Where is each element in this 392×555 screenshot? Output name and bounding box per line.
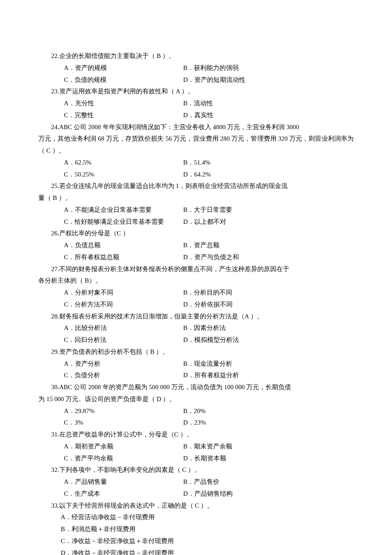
q28-opt-d: D．模拟模型分析法 (183, 334, 354, 346)
q30-row-cd: C．3% D．23% (38, 417, 354, 429)
q28-row-cd: C．回归分析法 D．模拟模型分析法 (38, 334, 354, 346)
q31-opt-c: C．资产平均余额 (64, 453, 183, 465)
q22-opt-b: B．获利能力的强弱 (183, 62, 354, 74)
q24-opt-a: A．62.5% (64, 157, 183, 169)
q32-row-cd: C．生产成本 D．产品销售结构 (38, 488, 354, 500)
q32-row-ab: A．产品销售量 B．产品售价 (38, 476, 354, 488)
q31-row-cd: C．资产平均余额 D．长期资本额 (38, 453, 354, 465)
q24-stem-b: 万元，其他业务利润 68 万元，存货跌价损失 56 万元，营业费用 280 万元… (38, 133, 354, 157)
q32-opt-c: C．生产成本 (64, 488, 183, 500)
q32-opt-b: B．产品售价 (183, 476, 354, 488)
q30-opt-b: B．20% (183, 405, 354, 417)
q27-opt-a: A．分析对象不同 (64, 287, 183, 299)
q33-stem: 33.以下关于经营所得现金的表达式中，正确的是（ C ）。 (38, 500, 354, 512)
q27-opt-d: D．分析依据不同 (183, 299, 354, 311)
q25-opt-c: C．恰好能够满足企业日常基本需要 (64, 216, 183, 228)
q26-opt-c: C．所有者权益总额 (64, 251, 183, 263)
q26-row-cd: C．所有者权益总额 D．资产与负债之和 (38, 251, 354, 263)
q26-stem: 26.产权比率的分母是（C ） (38, 228, 354, 240)
q24-row-cd: C．50.25% D．64.2% (38, 169, 354, 181)
q31-stem: 31.在总资产收益率的计算公式中，分母是（C ）。 (38, 429, 354, 441)
q22-row-ab: A．资产的规模 B．获利能力的强弱 (38, 62, 354, 74)
q28-stem: 28.财务报表分析采用的技术方法日渐增加，但最主要的分析方法是（A ）。 (38, 311, 354, 323)
q31-row-ab: A．期初资产余额 B．期末资产余额 (38, 441, 354, 453)
q22-opt-d: D．资产的短期流动性 (183, 74, 354, 86)
q28-opt-b: B．因素分析法 (183, 322, 354, 334)
q24-opt-d: D．64.2% (183, 169, 354, 181)
q29-stem: 29.资产负债表的初步分析不包括（ B ）。 (38, 346, 354, 358)
q26-opt-a: A．负债总额 (64, 240, 183, 251)
q29-opt-a: A．资产分析 (64, 358, 183, 370)
q25-opt-d: D．以上都不对 (183, 216, 354, 228)
q28-row-ab: A．比较分析法 B．因素分析法 (38, 322, 354, 334)
q29-opt-d: D．所有者权益分析 (183, 370, 354, 382)
q25-row-ab: A．不能满足企业日常基本需要 B．大于日常需要 (38, 204, 354, 216)
q24-opt-c: C．50.25% (64, 169, 183, 181)
q24-stem-a: 24.ABC 公司 2008 年年实现利润情况如下：主营业务收入 4800 万元… (38, 121, 354, 133)
q30-stem-b: 为 15 000 万元。该公司的资产负债率是（ D ）。 (38, 393, 354, 405)
q26-opt-d: D．资产与负债之和 (183, 251, 354, 263)
q32-opt-a: A．产品销售量 (64, 476, 183, 488)
q23-row-cd: C．完整性 D．真实性 (38, 110, 354, 121)
q29-opt-c: C．负债分析 (64, 370, 183, 382)
q29-row-cd: C．负债分析 D．所有者权益分析 (38, 370, 354, 382)
q27-stem-b: 各分析主体的（ B）。 (38, 275, 354, 287)
q23-row-ab: A．充分性 B．流动性 (38, 98, 354, 110)
q24-opt-b: B．51.4% (183, 157, 354, 169)
q28-opt-a: A．比较分析法 (64, 322, 183, 334)
q32-stem: 32.下列各项中，不影响毛利率变化的因素是（ C ）。 (38, 464, 354, 476)
q29-row-ab: A．资产分析 B．现金流量分析 (38, 358, 354, 370)
q23-stem: 23.资产运用效率是指资产利用的有效性和（ A ）。 (38, 86, 354, 98)
q22-opt-c: C．负债的规模 (64, 74, 183, 86)
q22-row-cd: C．负债的规模 D．资产的短期流动性 (38, 74, 354, 86)
q31-opt-b: B．期末资产余额 (183, 441, 354, 453)
q23-opt-c: C．完整性 (64, 110, 183, 121)
q33-opt-a: A．经营活动净收益－非付现费用 (38, 512, 354, 523)
q30-stem-a: 30.ABC 公司 2008 年的资产总额为 500 000 万元，流动负债为 … (38, 382, 354, 393)
q27-opt-c: C．分析方法不同 (64, 299, 183, 311)
q33-opt-d: D．净收益－非经营净收益－非付现费用 (38, 547, 354, 555)
q25-row-cd: C．恰好能够满足企业日常基本需要 D．以上都不对 (38, 216, 354, 228)
q27-opt-b: B．分析目的不同 (183, 287, 354, 299)
q30-opt-a: A．29.87% (64, 405, 183, 417)
q29-opt-b: B．现金流量分析 (183, 358, 354, 370)
q26-row-ab: A．负债总额 B．资产总额 (38, 240, 354, 251)
q30-row-ab: A．29.87% B．20% (38, 405, 354, 417)
q32-opt-d: D．产品销售结构 (183, 488, 354, 500)
q31-opt-d: D．长期资本额 (183, 453, 354, 465)
q25-opt-a: A．不能满足企业日常基本需要 (64, 204, 183, 216)
q23-opt-a: A．充分性 (64, 98, 183, 110)
q23-opt-b: B．流动性 (183, 98, 354, 110)
q24-row-ab: A．62.5% B．51.4% (38, 157, 354, 169)
q25-opt-b: B．大于日常需要 (183, 204, 354, 216)
q27-stem-a: 27.不同的财务报表分析主体对财务报表分析的侧重点不同，产生这种差异的原因在于 (38, 263, 354, 275)
q27-row-cd: C．分析方法不同 D．分析依据不同 (38, 299, 354, 311)
q25-stem-a: 25.若企业连续几年的现金流量适合比率均为 1，则表明企业经营活动所形成的现金流 (38, 180, 354, 192)
q28-opt-c: C．回归分析法 (64, 334, 183, 346)
q23-opt-d: D．真实性 (183, 110, 354, 121)
q30-opt-c: C．3% (64, 417, 183, 429)
q30-opt-d: D．23% (183, 417, 354, 429)
q33-opt-b: B．利润总额＋非付现费用 (38, 523, 354, 535)
q22-opt-a: A．资产的规模 (64, 62, 183, 74)
q25-stem-b: 量（ B ）。 (38, 192, 354, 204)
q22-stem: 22.企业的长期偿债能力主要取决于（ B ）。 (38, 50, 354, 62)
q26-opt-b: B．资产总额 (183, 240, 354, 251)
q31-opt-a: A．期初资产余额 (64, 441, 183, 453)
q27-row-ab: A．分析对象不同 B．分析目的不同 (38, 287, 354, 299)
q33-opt-c: C．净收益－非经营净收益＋非付现费用 (38, 535, 354, 547)
